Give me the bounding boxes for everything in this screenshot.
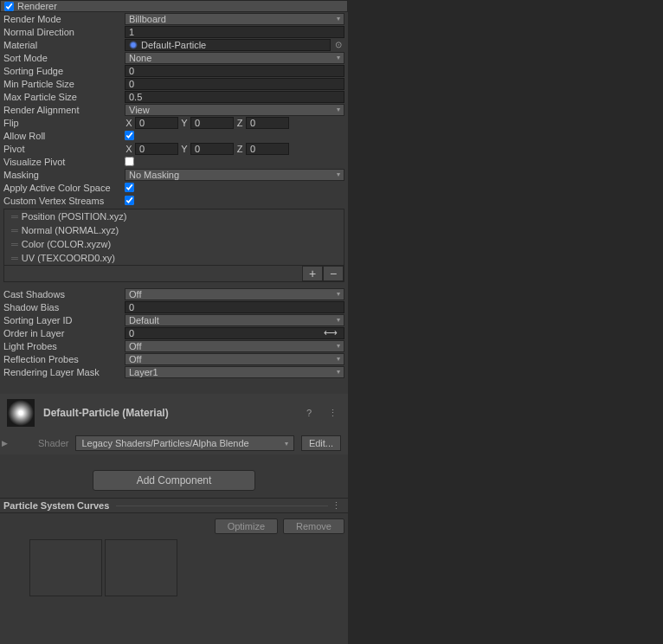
reflection-probes-dropdown[interactable]: Off [125, 353, 344, 365]
material-expand-arrow[interactable]: ▶ [2, 439, 8, 448]
flip-z-label: Z [235, 118, 244, 128]
allow-roll-checkbox[interactable] [125, 131, 134, 140]
pivot-x-input[interactable] [135, 143, 178, 155]
normal-direction-input[interactable] [125, 26, 344, 38]
renderer-title: Renderer [17, 1, 57, 11]
light-probes-dropdown[interactable]: Off [125, 340, 344, 352]
rendering-layer-mask-dropdown[interactable]: Layer1 [125, 366, 344, 378]
render-alignment-dropdown[interactable]: View [125, 104, 344, 116]
vertex-stream-item[interactable]: ═UV (TEXCOORD0.xy) [4, 251, 344, 265]
renderer-enabled-checkbox[interactable] [4, 2, 14, 11]
drag-handle-icon[interactable]: ═ [11, 225, 16, 235]
reflection-probes-label: Reflection Probes [3, 354, 125, 364]
flip-x-label: X [125, 118, 133, 128]
optimize-button[interactable]: Optimize [215, 518, 278, 534]
pivot-label: Pivot [3, 144, 125, 154]
edit-shader-button[interactable]: Edit... [301, 435, 341, 451]
sort-mode-dropdown[interactable]: None [125, 52, 344, 64]
vertex-stream-item[interactable]: ═Normal (NORMAL.xyz) [4, 223, 344, 237]
max-particle-size-input[interactable] [125, 91, 344, 103]
min-particle-size-label: Min Particle Size [3, 79, 125, 89]
pivot-y-input[interactable] [190, 143, 234, 155]
material-title: Default-Particle (Material) [43, 407, 293, 419]
sorting-fudge-label: Sorting Fudge [3, 66, 125, 76]
curve-tile[interactable] [105, 539, 177, 596]
flip-z-input[interactable] [246, 117, 289, 129]
allow-roll-label: Allow Roll [3, 131, 125, 141]
flip-x-input[interactable] [135, 117, 178, 129]
drag-handle-icon[interactable]: ═ [11, 253, 16, 263]
vertex-stream-item[interactable]: ═Position (POSITION.xyz) [4, 209, 344, 223]
material-field[interactable]: Default-Particle [125, 39, 331, 51]
flip-y-input[interactable] [190, 117, 234, 129]
shader-dropdown[interactable]: Legacy Shaders/Particles/Alpha Blende [75, 435, 293, 451]
material-preview-icon [7, 399, 35, 427]
curve-tile[interactable] [29, 539, 102, 596]
shadow-bias-label: Shadow Bias [3, 302, 125, 312]
rendering-layer-mask-label: Rendering Layer Mask [3, 367, 125, 377]
add-vertex-stream-button[interactable]: + [302, 266, 323, 281]
max-particle-size-label: Max Particle Size [3, 92, 125, 102]
shadow-bias-input[interactable] [125, 301, 344, 313]
help-icon[interactable]: ? [302, 406, 316, 420]
min-particle-size-input[interactable] [125, 78, 344, 90]
vertex-stream-item[interactable]: ═Color (COLOR.xyzw) [4, 237, 344, 251]
drag-handle-icon[interactable]: ═ [11, 211, 16, 222]
sorting-layer-id-label: Sorting Layer ID [3, 315, 125, 325]
material-label: Material [3, 40, 125, 50]
shader-label: Shader [38, 438, 68, 448]
masking-dropdown[interactable]: No Masking [125, 169, 344, 181]
material-icon [129, 41, 138, 49]
visualize-pivot-label: Visualize Pivot [3, 157, 125, 167]
curves-menu-icon[interactable]: ⋮ [328, 500, 344, 512]
pivot-y-label: Y [180, 144, 189, 154]
apply-color-space-checkbox[interactable] [125, 183, 134, 192]
remove-button[interactable]: Remove [283, 518, 344, 534]
render-mode-label: Render Mode [3, 14, 125, 24]
custom-vertex-streams-label: Custom Vertex Streams [3, 196, 125, 206]
apply-color-space-label: Apply Active Color Space [3, 183, 125, 193]
light-probes-label: Light Probes [3, 341, 125, 351]
pivot-z-label: Z [235, 144, 244, 154]
flip-y-label: Y [180, 118, 189, 128]
sorting-layer-id-dropdown[interactable]: Default [125, 314, 344, 326]
viewport-panel [348, 0, 663, 644]
normal-direction-label: Normal Direction [3, 27, 125, 37]
flip-label: Flip [3, 118, 125, 128]
material-object-picker[interactable] [332, 39, 344, 51]
order-in-layer-input[interactable] [125, 327, 344, 339]
custom-vertex-streams-checkbox[interactable] [125, 196, 134, 205]
render-alignment-label: Render Alignment [3, 105, 125, 115]
add-component-button[interactable]: Add Component [93, 470, 256, 491]
cast-shadows-dropdown[interactable]: Off [125, 288, 344, 300]
vertex-streams-list: ═Position (POSITION.xyz) ═Normal (NORMAL… [3, 209, 344, 282]
render-mode-dropdown[interactable]: Billboard [125, 13, 344, 25]
material-menu-icon[interactable]: ⋮ [325, 408, 341, 419]
sort-mode-label: Sort Mode [3, 53, 125, 63]
remove-vertex-stream-button[interactable]: − [323, 266, 344, 281]
cast-shadows-label: Cast Shadows [3, 289, 125, 299]
pivot-z-input[interactable] [246, 143, 289, 155]
visualize-pivot-checkbox[interactable] [125, 157, 134, 166]
masking-label: Masking [3, 170, 125, 180]
order-in-layer-label: Order in Layer [3, 328, 125, 338]
pivot-x-label: X [125, 144, 133, 154]
drag-handle-icon[interactable]: ═ [11, 239, 16, 249]
renderer-section-header[interactable]: Renderer [0, 0, 348, 12]
sorting-fudge-input[interactable] [125, 65, 344, 77]
curves-title: Particle System Curves [3, 500, 109, 511]
